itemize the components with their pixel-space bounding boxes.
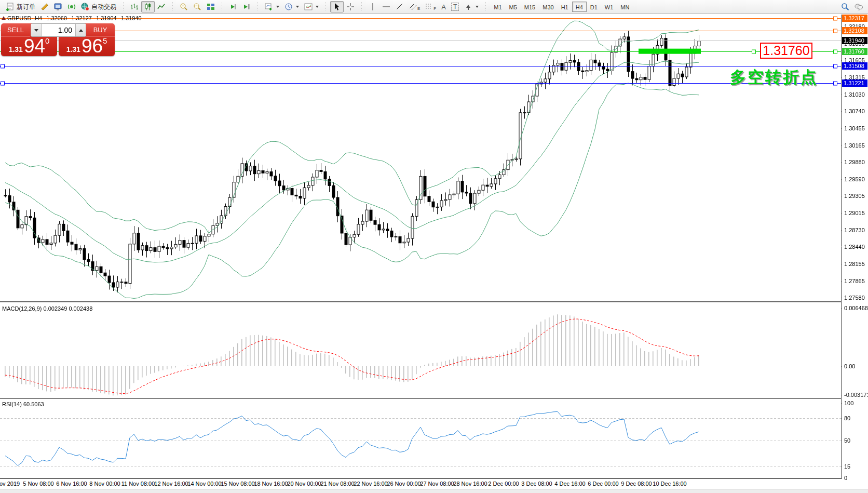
volume-decrease-button[interactable] — [31, 24, 42, 36]
macd-axis-label: 0.00 — [844, 363, 855, 369]
one-click-trading-panel: SELL 1.31 94 0 BUY 1.31 96 5 1.00 — [1, 23, 115, 56]
time-label: 6 Dec 00:00 — [588, 481, 618, 487]
price-axis[interactable]: 1.321801.318901.316051.313151.310301.307… — [842, 15, 868, 479]
time-label: 26 Nov 00:00 — [387, 481, 421, 487]
tab-mn[interactable]: MN — [617, 2, 633, 12]
search-icon[interactable] — [841, 3, 849, 11]
clock-icon — [284, 3, 293, 11]
sell-price-sup: 0 — [45, 38, 49, 44]
vertical-line-button[interactable] — [366, 1, 379, 12]
price-level-box[interactable]: 1.31760 — [760, 43, 812, 59]
price-badge: 1.32108 — [842, 27, 867, 34]
sell-button[interactable]: SELL — [1, 23, 30, 36]
status-strip — [0, 489, 868, 493]
price-tick-label: 1.28440 — [844, 244, 865, 250]
horizontal-line-icon — [382, 3, 390, 11]
bar-chart-icon — [130, 3, 139, 11]
toolbar-grip — [324, 2, 327, 11]
indicators-dropdown[interactable] — [302, 1, 321, 12]
auto-scroll-button[interactable] — [226, 1, 240, 12]
main-toolbar: 新订单 自动交易 — [0, 0, 868, 14]
chart-high: 1.32127 — [71, 15, 92, 21]
macd-axis-label: 0.006468 — [844, 305, 868, 311]
news-button[interactable] — [65, 1, 78, 12]
profiles-button[interactable] — [38, 1, 51, 12]
fibonacci-button[interactable]: F — [423, 1, 439, 12]
horizontal-line-button[interactable] — [379, 1, 393, 12]
equidistant-channel-button[interactable]: E — [406, 1, 423, 12]
tab-d1[interactable]: D1 — [587, 2, 601, 12]
text-label-button[interactable]: T — [449, 1, 462, 12]
subwindow-marker-icon — [2, 16, 6, 20]
tab-w1[interactable]: W1 — [601, 2, 617, 12]
chart-title: GBPUSD-,H4 1.32060 1.32127 1.31904 1.319… — [7, 15, 144, 21]
cursor-button[interactable] — [330, 1, 344, 12]
trendline-icon — [396, 3, 404, 11]
autotrade-label: 自动交易 — [91, 3, 116, 11]
buy-price: 1.31 96 5 — [59, 37, 115, 56]
tab-m30[interactable]: M30 — [539, 2, 557, 12]
new-chart-icon — [265, 3, 273, 11]
tab-m15[interactable]: M15 — [521, 2, 539, 12]
yellow-wedge-icon — [40, 3, 49, 11]
tab-h1[interactable]: H1 — [558, 2, 572, 12]
timeframe-group: M1 M5 M15 M30 H1 H4 D1 W1 MN — [489, 0, 634, 14]
new-order-label: 新订单 — [17, 3, 35, 11]
time-label: 18 Nov 16:00 — [254, 481, 288, 487]
candlestick-chart-button[interactable] — [141, 1, 155, 12]
toolbar-grip — [256, 2, 259, 11]
zoom-in-button[interactable] — [177, 1, 191, 12]
toolbar-grip — [360, 2, 363, 11]
time-label: 8 Nov 00:00 — [89, 481, 120, 487]
fibonacci-glyph: F — [433, 6, 436, 11]
dropdown-group — [261, 0, 323, 14]
time-label: 4 Dec 16:00 — [554, 481, 585, 487]
sell-price-small: 1.31 — [9, 44, 23, 55]
arrows-dropdown[interactable] — [462, 1, 481, 12]
chart-type-group — [126, 0, 170, 14]
chart-shift-button[interactable] — [240, 1, 253, 12]
candlestick-chart-icon — [144, 3, 152, 11]
new-order-button[interactable]: 新订单 — [4, 1, 38, 12]
rsi-axis-label: 100 — [844, 400, 853, 406]
autotrade-button[interactable]: 自动交易 — [78, 1, 119, 12]
toolbar-grip — [122, 2, 125, 11]
price-tick-label: 1.30740 — [844, 108, 865, 114]
buy-button[interactable]: BUY — [86, 23, 115, 36]
line-chart-button[interactable] — [155, 1, 168, 12]
triangle-down-icon — [34, 29, 38, 32]
time-label: 3 Dec 08:00 — [521, 481, 552, 487]
tile-windows-button[interactable] — [204, 1, 218, 12]
chevron-down-icon — [316, 6, 319, 8]
rsi-axis-label: 15 — [844, 463, 850, 470]
crosshair-button[interactable] — [344, 1, 357, 12]
macd-axis-label: -0.003171 — [844, 392, 868, 398]
trendline-button[interactable] — [393, 1, 406, 12]
label-tool-glyph: T — [451, 3, 459, 11]
chevron-down-icon — [276, 6, 279, 8]
arrow-objects-icon — [464, 3, 472, 11]
period-dropdown[interactable] — [282, 1, 302, 12]
price-badge: 1.31221 — [842, 79, 867, 87]
tab-m1[interactable]: M1 — [490, 2, 505, 12]
price-tick-label: 1.29590 — [844, 176, 865, 182]
toolbar-grip — [221, 2, 223, 11]
bar-chart-button[interactable] — [128, 1, 141, 12]
terminal-button[interactable] — [51, 1, 65, 12]
time-axis[interactable]: 4 Nov 20195 Nov 08:006 Nov 16:008 Nov 00… — [0, 479, 841, 489]
time-label: 28 Nov 16:00 — [453, 481, 487, 487]
volume-increase-button[interactable] — [75, 24, 86, 36]
signal-icon — [67, 3, 76, 11]
channel-icon — [409, 3, 417, 11]
tab-h4[interactable]: H4 — [572, 2, 587, 12]
buy-price-big: 96 — [82, 37, 103, 55]
volume-input[interactable]: 1.00 — [42, 24, 75, 36]
line-chart-icon — [157, 3, 166, 11]
objects-group: E F A T — [364, 0, 483, 14]
chat-icon[interactable] — [855, 3, 863, 11]
tab-m5[interactable]: M5 — [506, 2, 521, 12]
text-button[interactable]: A — [439, 1, 449, 12]
zoom-out-button[interactable] — [191, 1, 204, 12]
new-chart-dropdown[interactable] — [262, 1, 282, 12]
chart-note-text[interactable]: 多空转折点 — [730, 66, 818, 88]
